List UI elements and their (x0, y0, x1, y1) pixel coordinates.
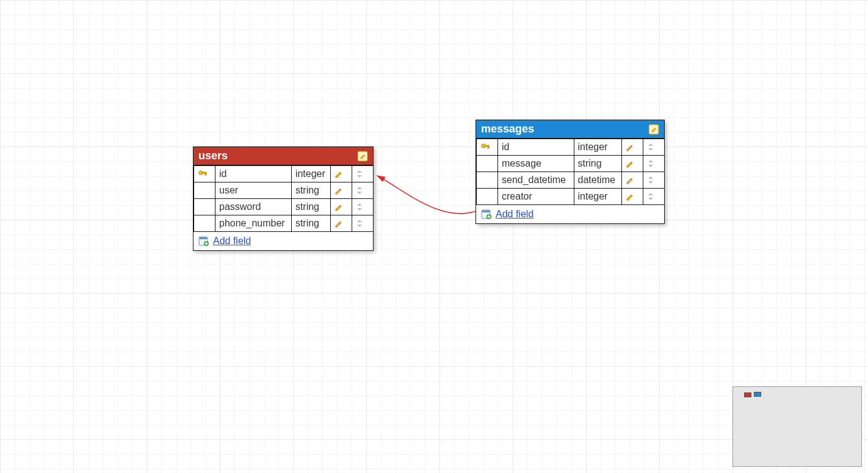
edit-field-cell[interactable] (331, 182, 352, 199)
add-field-icon (198, 236, 209, 246)
reorder-field-cell[interactable] (643, 156, 665, 172)
edit-table-icon[interactable] (648, 124, 659, 135)
diagram-canvas[interactable]: users id integer user string (0, 0, 868, 473)
edit-field-cell[interactable] (331, 215, 352, 232)
primary-key-cell (477, 156, 498, 172)
reorder-field-cell[interactable] (352, 166, 374, 182)
table-users-title: users (198, 150, 357, 162)
table-messages-header[interactable]: messages (476, 120, 664, 139)
svg-rect-3 (205, 173, 206, 175)
reorder-field-cell[interactable] (643, 172, 665, 189)
edit-field-cell[interactable] (622, 189, 643, 205)
sort-icon (647, 192, 660, 201)
field-type: string (574, 156, 622, 172)
svg-rect-12 (482, 211, 490, 212)
key-icon (198, 169, 211, 179)
table-messages-title: messages (481, 123, 648, 135)
field-row[interactable]: send_datetime datetime (477, 172, 665, 189)
field-type: datetime (574, 172, 622, 189)
edit-field-cell[interactable] (622, 156, 643, 172)
field-type: integer (574, 139, 622, 156)
table-messages-rows: id integer message string send_datetime … (476, 139, 665, 205)
pencil-icon (335, 186, 348, 195)
svg-rect-10 (488, 146, 489, 148)
primary-key-cell (194, 182, 215, 199)
minimap[interactable] (732, 386, 862, 467)
sort-icon (647, 176, 660, 184)
minimap-table-users (744, 392, 751, 397)
primary-key-cell (194, 199, 215, 215)
primary-key-cell (477, 139, 498, 156)
primary-key-cell (477, 172, 498, 189)
edit-field-cell[interactable] (331, 199, 352, 215)
key-icon (480, 142, 494, 152)
reorder-field-cell[interactable] (352, 199, 374, 215)
reorder-field-cell[interactable] (643, 139, 665, 156)
field-name: send_datetime (498, 172, 574, 189)
add-field-row[interactable]: Add field (193, 232, 373, 250)
add-field-link[interactable]: Add field (496, 209, 533, 220)
svg-rect-5 (200, 237, 207, 239)
sort-icon (647, 159, 660, 168)
field-name: phone_number (215, 215, 292, 232)
field-row[interactable]: message string (477, 156, 665, 172)
minimap-table-messages (754, 392, 761, 397)
field-type: integer (291, 166, 330, 182)
edit-table-icon[interactable] (357, 151, 368, 162)
reorder-field-cell[interactable] (352, 215, 374, 232)
table-users-header[interactable]: users (193, 147, 373, 165)
field-name: user (215, 182, 292, 199)
add-field-row[interactable]: Add field (476, 205, 664, 223)
primary-key-cell (477, 189, 498, 205)
field-row[interactable]: creator integer (477, 189, 665, 205)
pencil-icon (626, 192, 639, 201)
field-row[interactable]: id integer (194, 166, 374, 182)
field-row[interactable]: password string (194, 199, 374, 215)
field-row[interactable]: id integer (477, 139, 665, 156)
sort-icon (356, 219, 369, 228)
edit-field-cell[interactable] (622, 139, 643, 156)
sort-icon (356, 186, 369, 195)
field-type: string (291, 182, 330, 199)
table-users-rows: id integer user string password string (193, 165, 374, 232)
primary-key-cell (194, 215, 215, 232)
table-messages[interactable]: messages id integer message string (476, 120, 665, 224)
field-name: creator (498, 189, 574, 205)
primary-key-cell (194, 166, 215, 182)
edit-field-cell[interactable] (331, 166, 352, 182)
reorder-field-cell[interactable] (643, 189, 665, 205)
add-field-icon (481, 209, 492, 219)
pencil-icon (626, 143, 639, 151)
field-name: message (498, 156, 574, 172)
reorder-field-cell[interactable] (352, 182, 374, 199)
sort-icon (356, 203, 369, 211)
pencil-icon (335, 219, 348, 228)
pencil-icon (626, 176, 639, 184)
field-type: integer (574, 189, 622, 205)
pencil-icon (335, 170, 348, 178)
field-name: id (215, 166, 292, 182)
pencil-icon (626, 159, 639, 168)
edit-field-cell[interactable] (622, 172, 643, 189)
field-name: password (215, 199, 292, 215)
field-type: string (291, 199, 330, 215)
field-row[interactable]: phone_number string (194, 215, 374, 232)
add-field-link[interactable]: Add field (213, 236, 251, 247)
field-type: string (291, 215, 330, 232)
sort-icon (356, 170, 369, 178)
field-name: id (498, 139, 574, 156)
table-users[interactable]: users id integer user string (193, 146, 374, 251)
pencil-icon (335, 203, 348, 211)
field-row[interactable]: user string (194, 182, 374, 199)
sort-icon (647, 143, 660, 151)
